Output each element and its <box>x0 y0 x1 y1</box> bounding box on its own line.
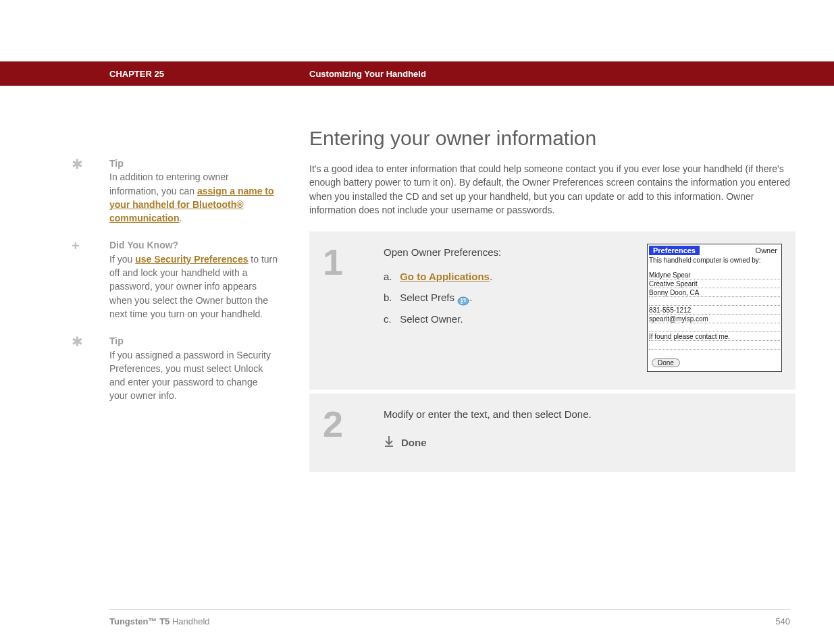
dyk-body: If you use Security Preferences to turn … <box>89 252 278 321</box>
page-footer: Tungsten™ T5 Handheld 540 <box>109 609 790 626</box>
dyk-pre: If you <box>109 254 135 265</box>
ss-line1: Midyne Spear <box>649 271 780 279</box>
asterisk-icon: ✱ <box>72 157 83 171</box>
product-bold: Tungsten™ T5 <box>109 616 170 626</box>
tip-label: Tip <box>109 336 124 346</box>
owner-preferences-screenshot: Preferences Owner This handheld computer… <box>647 244 782 372</box>
ss-blank <box>649 341 780 350</box>
svg-rect-4 <box>464 300 466 302</box>
page-number: 540 <box>775 616 790 626</box>
dyk-label: Did You Know? <box>109 240 178 250</box>
step-1: 1 Open Owner Preferences: a. Go to Appli… <box>309 232 796 390</box>
tip1-post: . <box>179 213 182 223</box>
step1-c: c. Select Owner. <box>384 311 627 328</box>
link-security-preferences[interactable]: use Security Preferences <box>135 254 248 265</box>
chapter-header: CHAPTER 25 Customizing Your Handheld <box>0 61 834 86</box>
chapter-title: Customizing Your Handheld <box>309 69 426 79</box>
intro-paragraph: It's a good idea to enter information th… <box>309 162 796 217</box>
letter-c: c. <box>384 311 397 328</box>
tip-label: Tip <box>109 158 124 169</box>
step-instructions: Modify or enter the text, and then selec… <box>384 406 782 454</box>
ss-done-button: Done <box>652 358 680 367</box>
tip-2: ✱ Tip If you assigned a password in Secu… <box>89 334 278 402</box>
step1-b-post: . <box>469 292 472 303</box>
step1-a: a. Go to Applications. <box>384 268 627 286</box>
step-number: 2 <box>323 406 363 454</box>
step1-title: Open Owner Preferences: <box>384 244 627 261</box>
ss-line3: Bonny Doon, CA <box>649 288 780 297</box>
link-go-to-applications[interactable]: Go to Applications <box>400 271 490 282</box>
ss-blank <box>649 323 780 332</box>
plus-icon: + <box>72 239 80 252</box>
tip-1: ✱ Tip In addition to entering owner info… <box>89 157 278 225</box>
letter-a: a. <box>384 268 397 286</box>
step2-text: Modify or enter the text, and then selec… <box>384 406 782 423</box>
svg-rect-2 <box>463 298 466 300</box>
ss-line2: Creative Spearit <box>649 279 780 288</box>
step-instructions: Open Owner Preferences: a. Go to Applica… <box>384 244 627 372</box>
ss-preferences-label: Preferences <box>649 246 700 255</box>
chapter-label: CHAPTER 25 <box>109 69 164 79</box>
tip-body: In addition to entering owner informatio… <box>89 170 278 225</box>
asterisk-icon: ✱ <box>72 335 83 348</box>
letter-b: b. <box>384 289 397 306</box>
sidebar: ✱ Tip In addition to entering owner info… <box>89 157 278 417</box>
step1-b-pre: Select Prefs <box>400 292 457 303</box>
did-you-know: + Did You Know? If you use Security Pref… <box>89 238 278 321</box>
svg-rect-1 <box>461 298 463 300</box>
product-rest: Handheld <box>170 616 209 626</box>
ss-line4: 831-555-1212 <box>649 306 780 315</box>
main-content: Entering your owner information It's a g… <box>309 127 796 476</box>
step1-b: b. Select Prefs . <box>384 289 627 306</box>
prefs-icon <box>457 294 469 303</box>
step-2: 2 Modify or enter the text, and then sel… <box>309 394 796 472</box>
page-title: Entering your owner information <box>309 127 796 150</box>
down-arrow-icon <box>384 431 394 454</box>
done-label: Done <box>401 434 427 452</box>
ss-blank <box>649 297 780 306</box>
done-indicator: Done <box>384 431 782 454</box>
ss-owned-by: This handheld computer is owned by: <box>649 257 780 264</box>
svg-rect-3 <box>461 300 463 302</box>
step1-c-text: Select Owner. <box>400 313 463 325</box>
ss-line5: spearit@myisp.com <box>649 315 780 323</box>
product-name: Tungsten™ T5 Handheld <box>109 616 210 626</box>
ss-owner-label: Owner <box>756 246 780 254</box>
step-number: 1 <box>323 244 363 372</box>
step1-a-post: . <box>490 271 492 282</box>
tip2-body: If you assigned a password in Security P… <box>89 348 278 403</box>
ss-line6: If found please contact me. <box>649 332 780 341</box>
svg-rect-5 <box>461 302 463 304</box>
